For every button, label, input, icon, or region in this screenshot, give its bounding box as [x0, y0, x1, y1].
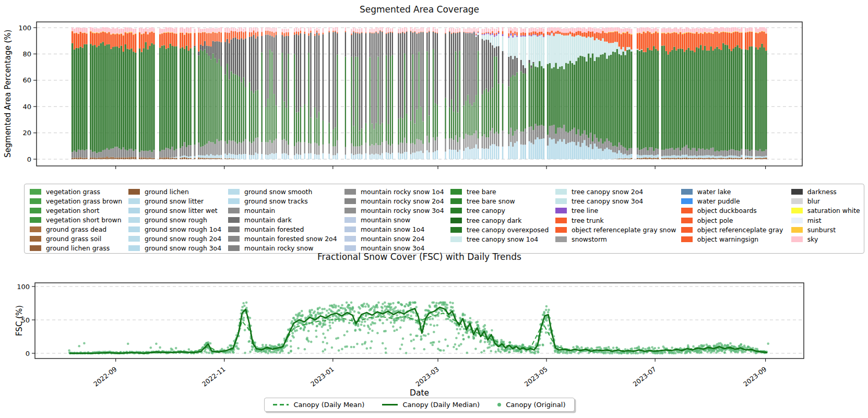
top-y-tick-label: 40 — [22, 103, 31, 111]
segmentation-legend: vegetation grassvegetation grass brownve… — [24, 184, 864, 254]
trend-legend-item: Canopy (Daily Median) — [382, 401, 480, 409]
legend-item-label: ground lichen — [145, 188, 189, 196]
legend-item: darkness — [791, 187, 864, 196]
legend-item-label: vegetation grass — [46, 188, 100, 196]
legend-item: ground snow rough 1o4 — [128, 225, 228, 234]
legend-column: mountain rocky snow 1o4mountain rocky sn… — [344, 187, 450, 253]
top-y-tick-label: 80 — [22, 50, 31, 58]
legend-swatch — [344, 226, 356, 232]
legend-item-label: ground snow rough 1o4 — [145, 225, 221, 233]
legend-item: mountain snow 1o4 — [344, 225, 450, 234]
legend-item-label: saturation white — [807, 207, 860, 214]
top-y-tick-label: 0 — [27, 156, 31, 163]
legend-item-label: mountain — [244, 207, 275, 214]
legend-item: mountain rocky snow 1o4 — [344, 187, 450, 196]
top-y-tick-label: 100 — [18, 24, 31, 32]
legend-item-label: tree canopy overexposed — [467, 226, 549, 234]
legend-item-label: tree canopy snow 2o4 — [572, 188, 643, 196]
legend-swatch — [555, 218, 567, 223]
legend-item-label: water puddle — [697, 197, 740, 205]
bottom-x-tick-label: 2022-11 — [200, 365, 227, 388]
legend-swatch — [555, 208, 567, 213]
legend-column: tree baretree bare snowtree canopytree c… — [450, 187, 555, 253]
bottom-y-tick-label: 0 — [26, 350, 30, 357]
legend-item-label: tree line — [572, 207, 598, 214]
legend-swatch — [555, 189, 567, 195]
legend-column: tree canopy snow 2o4tree canopy snow 3o4… — [555, 187, 681, 253]
legend-item-label: mist — [807, 217, 822, 224]
trend-legend-label: Canopy (Original) — [506, 401, 565, 409]
trend-legend-item: Canopy (Daily Mean) — [273, 401, 364, 409]
legend-item-label: blur — [807, 197, 820, 205]
legend-item-label: ground grass dead — [46, 225, 106, 233]
legend-item: vegetation short brown — [30, 215, 128, 224]
top-y-tick-label: 60 — [22, 76, 31, 84]
legend-swatch — [791, 227, 803, 233]
legend-swatch — [128, 208, 140, 213]
bottom-x-tick-label: 2023-07 — [632, 365, 658, 388]
legend-item-label: sunburst — [807, 226, 836, 234]
legend-item-label: tree canopy snow 1o4 — [467, 235, 538, 243]
bottom-x-tick-label: 2022-09 — [92, 365, 118, 388]
legend-item: vegetation grass — [30, 187, 128, 196]
legend-column: vegetation grassvegetation grass brownve… — [30, 187, 128, 253]
legend-item: tree canopy dark — [450, 216, 555, 225]
legend-item-label: mountain forested snow 2o4 — [244, 235, 337, 243]
legend-swatch — [344, 189, 356, 195]
legend-swatch — [30, 208, 41, 213]
legend-item-label: mountain rocky snow 2o4 — [361, 197, 444, 205]
legend-item: mountain forested — [228, 225, 344, 234]
legend-swatch — [681, 218, 693, 223]
legend-item: mountain snow — [344, 215, 450, 224]
legend-item: snowstorm — [555, 234, 681, 244]
legend-column: darknessblursaturation whitemistsunburst… — [791, 187, 864, 253]
legend-swatch — [30, 245, 41, 251]
legend-item: object duckboards — [681, 206, 791, 216]
legend-swatch — [128, 198, 140, 204]
legend-item: mountain forested snow 2o4 — [228, 234, 344, 244]
legend-item-label: snowstorm — [572, 235, 607, 243]
legend-item: vegetation grass brown — [30, 196, 128, 206]
legend-swatch — [344, 245, 356, 251]
legend-swatch — [344, 236, 356, 242]
legend-item: ground snow litter — [128, 196, 228, 206]
legend-item-label: sky — [807, 235, 818, 243]
legend-swatch — [30, 198, 41, 204]
legend-column: water lakewater puddleobject duckboardso… — [681, 187, 791, 253]
legend-item: mountain — [228, 206, 344, 215]
legend-item-label: vegetation grass brown — [46, 197, 122, 205]
legend-item: mountain rocky snow 3o4 — [344, 206, 450, 215]
x-axis-label: Date — [35, 388, 804, 398]
legend-swatch — [344, 208, 356, 213]
figure: Segmented Area Coverage Segmented Area P… — [0, 0, 868, 418]
legend-item: sky — [791, 234, 864, 244]
legend-item-label: tree bare snow — [467, 197, 515, 205]
trend-legend-item: Canopy (Original) — [497, 401, 565, 409]
legend-swatch — [681, 208, 693, 213]
legend-item: ground lichen — [128, 187, 228, 196]
legend-item-label: object pole — [697, 217, 733, 224]
legend-swatch — [791, 189, 803, 195]
legend-swatch — [791, 218, 803, 223]
legend-item: tree canopy snow 1o4 — [450, 234, 555, 244]
legend-item-label: object referenceplate gray snow — [572, 226, 676, 234]
legend-swatch — [791, 208, 803, 213]
legend-item-label: tree bare — [467, 188, 496, 196]
legend-swatch — [128, 226, 140, 232]
legend-swatch — [128, 245, 140, 251]
legend-item: tree line — [555, 206, 681, 216]
legend-item: object referenceplate gray — [681, 225, 791, 234]
dot-marker — [497, 403, 501, 407]
legend-item-label: tree canopy snow 3o4 — [572, 197, 643, 205]
legend-item: mountain dark — [228, 215, 344, 224]
legend-swatch — [450, 236, 462, 242]
legend-swatch — [30, 189, 41, 195]
legend-item: object referenceplate gray snow — [555, 225, 681, 234]
legend-item: object warningsign — [681, 234, 791, 244]
legend-item: ground snow litter wet — [128, 206, 228, 215]
legend-swatch — [555, 227, 567, 233]
legend-item-label: ground snow smooth — [244, 188, 312, 196]
legend-swatch — [30, 236, 41, 242]
legend-item-label: vegetation short brown — [46, 216, 122, 224]
legend-swatch — [228, 208, 240, 213]
